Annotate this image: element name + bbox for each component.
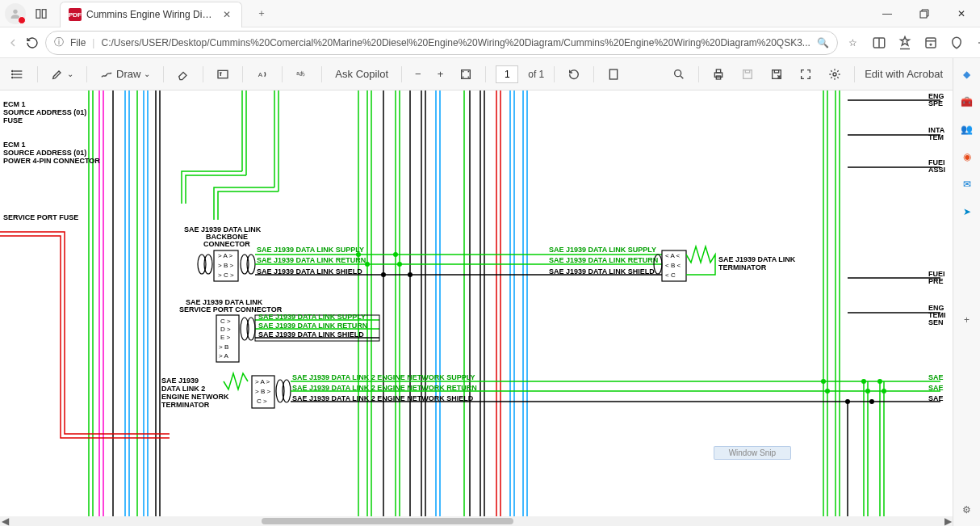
svg-text:SAE J1939 DATA LINK 2 ENGINE N: SAE J1939 DATA LINK 2 ENGINE NETWORK RET… [292, 384, 477, 392]
page-total-label: of 1 [528, 69, 544, 80]
svg-text:< C: < C [665, 271, 676, 279]
svg-text:SAE J1939 DATA LINK 2 ENGINE N: SAE J1939 DATA LINK 2 ENGINE NETWORK SUP… [292, 373, 475, 381]
svg-text:SAE J1939 DATA LINK SHIELD: SAE J1939 DATA LINK SHIELD [549, 267, 655, 276]
svg-point-17 [12, 77, 13, 78]
sidebar-add-icon[interactable]: + [959, 312, 975, 328]
svg-text:< B <: < B < [665, 262, 681, 269]
svg-text:FUSE: FUSE [3, 116, 23, 124]
sidebar-tools-icon[interactable]: 🧰 [959, 94, 975, 110]
svg-point-111 [393, 252, 398, 257]
zoom-indicator-icon[interactable]: 🔍 [817, 37, 829, 48]
profile-avatar[interactable] [5, 3, 26, 24]
svg-text:SOURCE ADDRESS (01): SOURCE ADDRESS (01) [3, 149, 86, 157]
svg-point-114 [381, 272, 386, 277]
svg-point-161 [882, 389, 886, 393]
favorite-icon[interactable]: ☆ [844, 34, 862, 52]
svg-point-25 [675, 69, 681, 76]
draw-button[interactable]: Draw⌄ [97, 65, 153, 84]
svg-text:SAE J1939 DATA LINK SUPPLY: SAE J1939 DATA LINK SUPPLY [257, 246, 364, 254]
svg-rect-30 [743, 69, 752, 78]
page-number-input[interactable] [496, 65, 518, 83]
sidebar-office-icon[interactable]: ◉ [959, 149, 975, 165]
svg-point-110 [356, 252, 361, 257]
svg-rect-31 [746, 69, 750, 72]
svg-text:SAE J1939 DATA LINK RETURN: SAE J1939 DATA LINK RETURN [258, 322, 367, 330]
svg-rect-24 [610, 69, 618, 79]
svg-point-16 [12, 74, 13, 74]
svg-point-163 [869, 399, 874, 404]
svg-point-0 [13, 9, 17, 13]
window-minimize-button[interactable]: — [869, 0, 906, 27]
svg-text:SERVICE PORT FUSE: SERVICE PORT FUSE [3, 213, 78, 221]
svg-text:SAE J1939: SAE J1939 [161, 377, 199, 385]
favorites-list-icon[interactable] [896, 34, 914, 52]
svg-point-157 [861, 379, 866, 384]
scroll-thumb[interactable] [262, 518, 513, 524]
save-as-button[interactable] [767, 65, 786, 84]
browser-essentials-icon[interactable] [948, 34, 965, 52]
svg-text:> B >: > B > [255, 388, 270, 395]
scroll-right-icon[interactable]: ▶ [943, 516, 953, 526]
svg-text:> A: > A [219, 352, 228, 360]
tab-close-icon[interactable]: ✕ [220, 8, 233, 21]
url-scheme-label: File [70, 37, 86, 48]
fullscreen-button[interactable] [796, 65, 815, 84]
zoom-in-button[interactable]: + [434, 65, 447, 83]
read-aloud-button[interactable]: A [253, 65, 272, 84]
svg-text:> A >: > A > [255, 378, 270, 385]
edge-sidebar: ◆ 🧰 👥 ◉ ✉ ➤ + ⚙ [953, 58, 980, 526]
svg-rect-2 [42, 9, 46, 18]
pdf-toolbar: ⌄ Draw⌄ A aあ Ask Copilot − + of 1 Edit w… [0, 58, 980, 90]
new-tab-button[interactable]: ＋ [250, 2, 273, 25]
rotate-button[interactable] [564, 65, 584, 84]
scroll-track[interactable] [10, 516, 943, 526]
print-button[interactable] [709, 65, 728, 84]
pdf-settings-button[interactable] [825, 65, 844, 84]
svg-text:aあ: aあ [297, 70, 306, 77]
contents-button[interactable] [8, 65, 27, 84]
workspaces-icon[interactable] [31, 3, 52, 24]
svg-text:SAE J1939 DATA LINK: SAE J1939 DATA LINK [718, 255, 796, 263]
find-button[interactable] [669, 65, 689, 84]
sidebar-outlook-icon[interactable]: ✉ [959, 176, 975, 192]
collections-icon[interactable] [922, 34, 940, 52]
svg-text:ECM 1: ECM 1 [3, 100, 26, 108]
site-info-icon[interactable]: ⓘ [54, 36, 64, 49]
page-view-button[interactable] [604, 65, 623, 84]
fit-page-button[interactable] [456, 65, 475, 84]
svg-rect-28 [717, 69, 721, 73]
save-button[interactable] [738, 65, 757, 84]
window-maximize-button[interactable] [906, 0, 943, 27]
svg-rect-33 [775, 69, 779, 72]
svg-rect-1 [36, 9, 40, 18]
svg-line-26 [681, 76, 683, 78]
svg-point-34 [833, 73, 836, 76]
address-bar: ⓘ File | C:/Users/USER/Desktop/Cummins%2… [0, 27, 980, 58]
url-box[interactable]: ⓘ File | C:/Users/USER/Desktop/Cummins%2… [45, 31, 838, 55]
more-icon[interactable]: ⋯ [974, 34, 980, 52]
svg-text:> C >: > C > [218, 271, 234, 279]
zoom-out-button[interactable]: − [412, 65, 425, 83]
text-box-button[interactable] [213, 65, 232, 84]
horizontal-scrollbar[interactable]: ◀ ▶ [0, 516, 953, 526]
window-close-button[interactable]: ✕ [943, 0, 980, 27]
erase-button[interactable] [174, 65, 193, 84]
sidebar-send-icon[interactable]: ➤ [959, 204, 975, 220]
split-screen-icon[interactable] [870, 34, 888, 52]
sidebar-people-icon[interactable]: 👥 [959, 121, 975, 137]
sidebar-search-icon[interactable]: ◆ [959, 66, 975, 82]
back-button[interactable] [6, 32, 19, 54]
sidebar-settings-icon[interactable]: ⚙ [959, 502, 975, 518]
svg-text:> B: > B [219, 343, 228, 351]
edit-with-acrobat-button[interactable]: Edit with Acrobat [865, 68, 943, 80]
scroll-left-icon[interactable]: ◀ [0, 516, 10, 526]
ask-copilot-button[interactable]: Ask Copilot [332, 65, 392, 83]
svg-point-160 [865, 389, 870, 393]
refresh-button[interactable] [26, 32, 39, 54]
browser-tab[interactable]: PDF Cummins Engine Wiring Diagram ✕ [60, 2, 242, 27]
highlight-button[interactable]: ⌄ [48, 65, 77, 84]
svg-text:SAE J1939 DATA LINK SHIELD: SAE J1939 DATA LINK SHIELD [257, 267, 362, 276]
translate-button[interactable]: aあ [292, 65, 312, 84]
pdf-viewport[interactable]: ECM 1 SOURCE ADDRESS (01) FUSE ECM 1 SOU… [0, 90, 953, 516]
tab-title: Cummins Engine Wiring Diagram [86, 9, 216, 20]
